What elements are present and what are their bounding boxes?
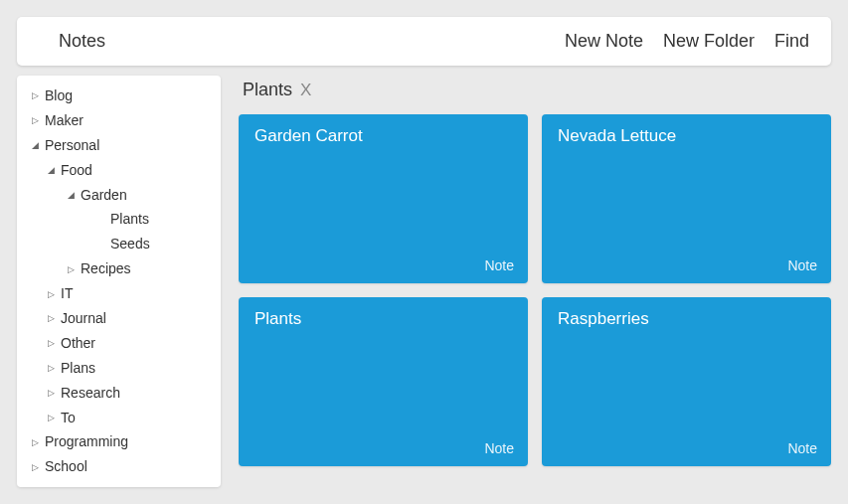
tree-label: Research (61, 384, 213, 403)
chevron-right-icon[interactable]: ▷ (45, 288, 57, 300)
card-type-label: Note (787, 440, 817, 456)
tree-item-plans[interactable]: ▷ Plans (21, 356, 217, 381)
chevron-right-icon[interactable]: ▷ (45, 362, 57, 374)
chevron-right-icon[interactable]: ▷ (65, 263, 77, 275)
chevron-right-icon[interactable]: ▷ (29, 89, 41, 101)
chevron-down-icon[interactable]: ◢ (65, 189, 77, 201)
tree-item-it[interactable]: ▷ IT (21, 281, 217, 306)
card-title: Plants (254, 309, 512, 329)
chevron-down-icon[interactable]: ◢ (29, 139, 41, 151)
tree-item-school[interactable]: ▷ School (21, 454, 217, 479)
tree-label: IT (61, 284, 213, 303)
tree-item-journal[interactable]: ▷ Journal (21, 306, 217, 331)
tree-item-garden[interactable]: ◢ Garden (21, 183, 217, 208)
content: ▷ Blog ▷ Maker ◢ Personal ◢ Food ◢ Garde… (0, 66, 848, 487)
tree-item-blog[interactable]: ▷ Blog (21, 84, 217, 108)
chevron-right-icon[interactable]: ▷ (45, 387, 57, 399)
note-card[interactable]: Raspberries Note (542, 297, 831, 466)
tree-label: School (45, 457, 213, 476)
tree-label: Plants (110, 210, 213, 229)
tree-item-maker[interactable]: ▷ Maker (21, 108, 217, 133)
breadcrumb-title: Plants (243, 80, 292, 100)
tree-item-seeds[interactable]: Seeds (21, 232, 217, 256)
topbar: Notes New Note New Folder Find (17, 17, 831, 66)
tree-label: Personal (45, 136, 213, 155)
tree-label: Programming (45, 432, 213, 451)
tree-item-personal[interactable]: ◢ Personal (21, 133, 217, 158)
main: Plants X Garden Carrot Note Nevada Lettu… (239, 76, 831, 487)
close-icon[interactable]: X (300, 81, 311, 100)
tree-label: Food (61, 161, 213, 180)
tree-label: Blog (45, 86, 213, 105)
card-title: Nevada Lettuce (558, 126, 815, 146)
tree-label: Seeds (110, 235, 213, 253)
new-folder-button[interactable]: New Folder (663, 31, 755, 52)
tree-label: Other (61, 334, 213, 353)
tree-item-recipes[interactable]: ▷ Recipes (21, 256, 217, 281)
card-type-label: Note (484, 440, 514, 456)
tree-item-research[interactable]: ▷ Research (21, 381, 217, 406)
breadcrumb: Plants X (239, 76, 831, 114)
chevron-right-icon[interactable]: ▷ (29, 114, 41, 126)
tree-item-plants[interactable]: Plants (21, 207, 217, 232)
note-card[interactable]: Garden Carrot Note (239, 114, 528, 283)
note-card[interactable]: Plants Note (239, 297, 528, 466)
card-type-label: Note (484, 257, 514, 273)
tree-item-other[interactable]: ▷ Other (21, 331, 217, 356)
tree-item-to[interactable]: ▷ To (21, 406, 217, 430)
card-type-label: Note (787, 257, 817, 273)
chevron-right-icon[interactable]: ▷ (45, 337, 57, 349)
sidebar: ▷ Blog ▷ Maker ◢ Personal ◢ Food ◢ Garde… (17, 76, 221, 487)
tree-label: Maker (45, 111, 213, 130)
new-note-button[interactable]: New Note (565, 31, 643, 52)
tree-label: Garden (81, 186, 213, 205)
chevron-right-icon[interactable]: ▷ (29, 436, 41, 448)
find-button[interactable]: Find (774, 31, 809, 52)
chevron-right-icon[interactable]: ▷ (45, 412, 57, 423)
cards-grid: Garden Carrot Note Nevada Lettuce Note P… (239, 114, 831, 466)
chevron-right-icon[interactable]: ▷ (29, 461, 41, 473)
note-card[interactable]: Nevada Lettuce Note (542, 114, 831, 283)
top-actions: New Note New Folder Find (565, 31, 809, 52)
chevron-right-icon[interactable]: ▷ (45, 312, 57, 324)
tree-label: Recipes (81, 259, 213, 278)
card-title: Raspberries (558, 309, 815, 329)
tree-label: Plans (61, 359, 213, 378)
tree-item-food[interactable]: ◢ Food (21, 158, 217, 183)
tree-label: Journal (61, 309, 213, 328)
tree-label: To (61, 409, 213, 427)
chevron-down-icon[interactable]: ◢ (45, 164, 57, 176)
app-title: Notes (39, 31, 105, 52)
card-title: Garden Carrot (254, 126, 512, 146)
tree-item-programming[interactable]: ▷ Programming (21, 429, 217, 454)
